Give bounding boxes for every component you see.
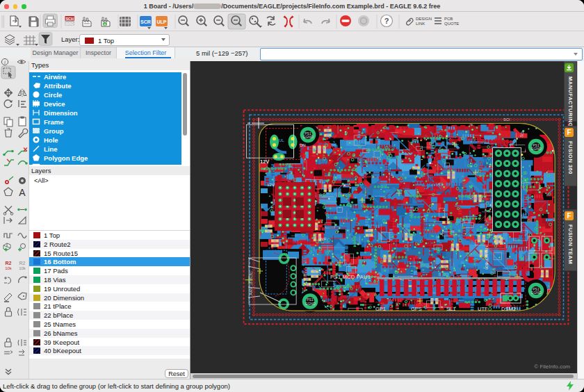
svg-text:LINK: LINK — [416, 22, 425, 26]
svg-text:?: ? — [384, 17, 389, 25]
svg-text:BRD: BRD — [65, 22, 74, 26]
svg-text:12V: 12V — [267, 183, 275, 187]
svg-text:i: i — [4, 59, 6, 65]
svg-text:AWP 1876161: AWP 1876161 — [249, 271, 253, 295]
svg-text:90BuOK BIN: 90BuOK BIN — [485, 246, 489, 270]
svg-text:A: A — [19, 187, 26, 198]
svg-text:R2: R2 — [6, 261, 12, 266]
svg-text:F: F — [567, 212, 571, 220]
svg-text:© FileInfo.com: © FileInfo.com — [534, 364, 570, 370]
svg-text:10k: 10k — [19, 266, 26, 270]
svg-text:SL1: SL1 — [446, 306, 455, 312]
svg-text:GGND: GGND — [303, 135, 314, 139]
svg-text:QUOTE: QUOTE — [444, 22, 459, 26]
svg-text:PS1 MCD PAU1: PS1 MCD PAU1 — [330, 274, 371, 280]
svg-text:R2: R2 — [19, 261, 26, 266]
svg-text:WF: WF — [320, 237, 327, 241]
svg-text:PCB: PCB — [444, 17, 453, 21]
svg-text:GGND: GGND — [531, 147, 542, 151]
svg-text:DN: DN — [300, 143, 306, 147]
svg-text:F: F — [567, 129, 571, 136]
svg-text:SCR: SCR — [140, 19, 151, 24]
svg-text:GGND: GGND — [305, 302, 316, 306]
svg-text:SCH: SCH — [65, 17, 74, 21]
svg-text:UL: UL — [279, 138, 284, 142]
svg-text:DESIGN: DESIGN — [416, 17, 432, 21]
svg-text:UTF: UTF — [478, 306, 488, 312]
svg-text:GGND: GGND — [531, 291, 542, 295]
svg-text:DSM2: DSM2 — [501, 306, 516, 312]
svg-text:12V: 12V — [260, 158, 269, 165]
svg-text:ULP: ULP — [157, 19, 167, 24]
svg-text:GPS: GPS — [411, 306, 422, 312]
svg-text:GP1: GP1 — [375, 306, 386, 312]
svg-text:SCI: SCI — [503, 117, 510, 122]
svg-text:10k: 10k — [5, 266, 13, 270]
